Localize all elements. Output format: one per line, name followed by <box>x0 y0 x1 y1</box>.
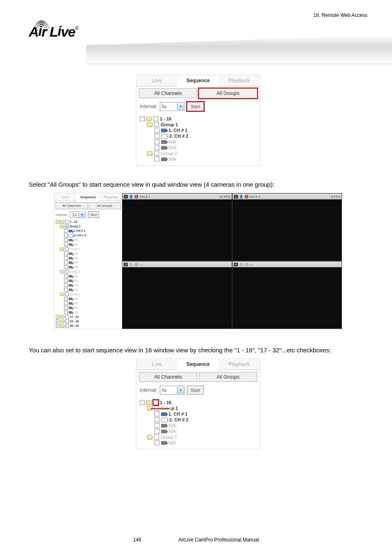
all-groups-button[interactable]: All Groups <box>199 88 257 98</box>
audio-icon: 🔇 <box>244 263 249 266</box>
interval-select[interactable]: 5s ▼ <box>160 102 184 111</box>
all-channels-button[interactable]: All Channels <box>55 202 88 209</box>
checkbox[interactable] <box>64 234 68 237</box>
checkbox[interactable] <box>154 145 159 150</box>
checkbox[interactable] <box>65 292 69 296</box>
chevron-down-icon: ▼ <box>177 103 184 110</box>
checkbox[interactable] <box>64 301 68 305</box>
checkbox[interactable] <box>64 265 68 269</box>
checkbox[interactable] <box>154 151 159 156</box>
camera-icon <box>69 275 72 278</box>
tree-item: N/A <box>73 257 78 260</box>
checkbox[interactable] <box>64 261 68 264</box>
checkbox[interactable] <box>64 306 68 310</box>
checkbox[interactable] <box>64 297 68 301</box>
collapse-icon[interactable] <box>140 116 145 121</box>
folder-icon <box>60 320 65 323</box>
tree-ch2: 2. CH # 2 <box>169 134 188 139</box>
tree-root: 1 - 16 <box>160 400 171 405</box>
all-channels-button[interactable]: All Channels <box>139 88 197 98</box>
camera-icon <box>69 284 72 287</box>
tab-sequence[interactable]: Sequence <box>77 193 99 201</box>
fps-label: 0 FPS <box>331 195 340 199</box>
checkbox[interactable] <box>154 139 159 144</box>
person-icon: 👤 <box>239 195 243 199</box>
checkbox[interactable] <box>154 412 159 416</box>
checkbox[interactable] <box>154 122 159 127</box>
tab-playback[interactable]: Playback <box>99 193 122 201</box>
all-groups-button[interactable]: All Groups <box>89 202 121 209</box>
tree-group-1: Group 1 <box>161 122 178 127</box>
tree-group: Group 2 <box>161 435 177 439</box>
checkbox[interactable] <box>65 324 69 328</box>
collapse-icon[interactable] <box>140 400 145 405</box>
tab-playback[interactable]: Playback <box>219 75 260 86</box>
start-button[interactable]: Start <box>187 386 204 395</box>
camera-icon <box>69 298 72 300</box>
checkbox[interactable] <box>64 229 68 233</box>
checkbox[interactable] <box>64 252 68 255</box>
tree-item: N/A <box>73 306 78 310</box>
checkbox[interactable] <box>64 243 68 246</box>
checkbox[interactable] <box>154 417 159 422</box>
checkbox[interactable] <box>65 315 69 319</box>
checkbox[interactable] <box>65 270 69 273</box>
checkbox[interactable] <box>64 310 68 314</box>
quad-number: 1 <box>124 195 128 199</box>
checkbox[interactable] <box>153 116 158 121</box>
tree-na: N/A <box>168 157 176 162</box>
interval-select[interactable]: 1s▼ <box>70 211 85 218</box>
checkbox[interactable] <box>154 435 159 439</box>
tab-live[interactable]: Live <box>136 359 178 370</box>
checkbox[interactable] <box>64 238 68 242</box>
checkbox[interactable] <box>65 224 69 228</box>
checkbox[interactable] <box>154 128 159 133</box>
fps-label: 15 FPS <box>219 195 231 199</box>
checkbox[interactable] <box>154 423 159 428</box>
tab-playback[interactable]: Playback <box>219 359 260 370</box>
checkbox[interactable] <box>65 220 69 224</box>
checkbox[interactable] <box>65 319 69 323</box>
start-button[interactable]: Start <box>88 211 99 218</box>
tab-live[interactable]: Live <box>136 75 178 86</box>
start-button[interactable]: Start <box>187 102 204 111</box>
audio-icon: 🔇 <box>134 195 138 199</box>
audio-icon: 🔇 <box>134 263 138 266</box>
checkbox[interactable] <box>154 429 159 434</box>
interval-select[interactable]: 5s ▼ <box>160 386 184 395</box>
expand-icon[interactable]: + <box>56 315 60 319</box>
audio-icon: 🔇 <box>244 195 249 199</box>
tree-item: N/A <box>73 275 78 278</box>
checkbox[interactable] <box>64 274 68 278</box>
checkbox[interactable] <box>154 157 159 162</box>
folder-icon <box>147 123 152 127</box>
folder-icon <box>60 225 64 228</box>
tab-live[interactable]: Live <box>54 193 77 201</box>
tree-item: N/A <box>168 440 176 445</box>
tree-item: N/A <box>73 238 78 242</box>
checkbox-1-16[interactable] <box>153 400 158 405</box>
tree-item: N/A <box>168 423 176 428</box>
checkbox[interactable] <box>64 288 68 291</box>
tree-item: N/A <box>73 297 78 301</box>
paragraph-1: Select "All Groups" to start sequence vi… <box>29 180 367 189</box>
checkbox[interactable] <box>64 256 68 260</box>
tree-na: N/A <box>168 145 176 150</box>
tree-item: N/A <box>73 261 78 264</box>
all-groups-button[interactable]: All Groups <box>199 372 257 382</box>
expand-icon[interactable]: + <box>56 324 60 328</box>
tab-sequence[interactable]: Sequence <box>178 75 219 86</box>
checkbox[interactable] <box>64 279 68 282</box>
collapse-icon[interactable] <box>56 220 60 224</box>
checkbox[interactable] <box>154 440 159 445</box>
tree-item: N/A <box>73 311 78 314</box>
expand-icon[interactable]: + <box>56 319 60 323</box>
channel-label: CH # 1 <box>140 195 150 199</box>
checkbox[interactable] <box>64 283 68 287</box>
checkbox[interactable] <box>65 247 69 251</box>
all-channels-button[interactable]: All Channels <box>139 372 197 382</box>
tab-sequence[interactable]: Sequence <box>178 359 219 370</box>
checkbox[interactable] <box>154 134 159 139</box>
quad-number: 4 <box>234 263 238 266</box>
folder-icon <box>60 315 65 319</box>
